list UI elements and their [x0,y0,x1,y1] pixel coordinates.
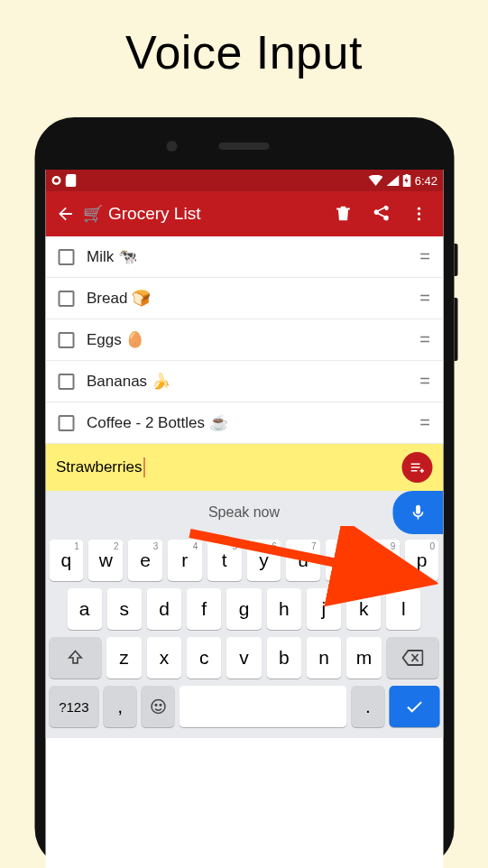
key-v[interactable]: v [226,637,262,679]
key-k[interactable]: k [346,588,382,630]
key-comma[interactable]: , [104,686,137,727]
key-enter[interactable] [389,686,439,727]
key-r[interactable]: r4 [167,540,202,581]
key-z[interactable]: z [106,637,142,679]
svg-point-6 [155,705,157,706]
drag-handle-icon[interactable]: = [419,246,430,267]
delete-button[interactable] [327,199,358,229]
keyboard-row-1: q1 w2 e3 r4 t5 y6 u7 i8 o9 p0 [49,540,439,581]
key-h[interactable]: h [266,588,301,630]
sd-card-icon [65,174,76,187]
checkbox[interactable] [58,291,74,307]
add-item-button[interactable] [401,452,432,483]
key-g[interactable]: g [226,588,262,630]
key-p[interactable]: p0 [404,540,439,581]
key-n[interactable]: n [306,637,341,679]
status-time: 6:42 [415,174,437,188]
text-cursor [143,457,145,477]
page-title: 🛒 Grocery List [83,204,320,224]
screen: 6:42 🛒 Grocery List Milk [45,170,443,868]
back-button[interactable] [54,203,76,225]
key-q[interactable]: q1 [49,540,84,581]
emoji-icon [149,697,167,716]
list-item-label: Coffee - 2 Bottles ☕ [87,413,419,432]
phone-speaker [219,143,270,150]
phone-camera [167,141,178,152]
svg-point-2 [417,208,419,210]
promo-title: Voice Input [0,0,488,96]
list-item-label: Bananas 🍌 [87,372,419,391]
key-m[interactable]: m [346,637,382,679]
key-space[interactable] [180,686,346,727]
phone-frame: 6:42 🛒 Grocery List Milk [34,117,454,868]
key-o[interactable]: o9 [364,540,400,581]
page-title-text: Grocery List [108,204,200,224]
status-bar: 6:42 [45,170,443,191]
key-u[interactable]: u7 [286,540,321,581]
svg-point-7 [160,705,161,706]
speak-bar: Speak now [45,491,443,534]
key-backspace[interactable] [386,637,439,679]
battery-icon [403,174,411,187]
drag-handle-icon[interactable]: = [419,412,430,433]
record-icon [51,175,61,186]
list-item[interactable]: Bread 🍞 = [45,278,443,319]
drag-handle-icon[interactable]: = [419,288,430,309]
keyboard-row-3: z x c v b n m [49,637,439,679]
new-item-input-row: Strawberries [45,444,443,491]
key-i[interactable]: i8 [326,540,361,581]
volume-button [454,298,457,361]
list-item[interactable]: Coffee - 2 Bottles ☕ = [45,402,443,444]
microphone-button[interactable] [392,491,443,534]
key-period[interactable]: . [351,686,384,727]
svg-point-3 [417,212,419,215]
key-j[interactable]: j [306,588,341,630]
list-item[interactable]: Eggs 🥚 = [45,319,443,361]
checkbox[interactable] [58,249,74,265]
wifi-icon [369,175,383,186]
list-item-label: Eggs 🥚 [87,330,419,349]
key-t[interactable]: t5 [207,540,242,581]
key-d[interactable]: d [146,588,181,630]
app-bar: 🛒 Grocery List [45,191,443,236]
key-y[interactable]: y6 [246,540,281,581]
checkbox[interactable] [58,374,74,390]
svg-point-5 [152,700,165,714]
svg-point-1 [54,179,59,183]
share-button[interactable] [365,199,396,229]
speak-hint: Speak now [52,504,436,521]
checkbox[interactable] [58,415,74,431]
drag-handle-icon[interactable]: = [419,371,430,392]
shift-icon [66,649,84,667]
overflow-menu-button[interactable] [403,199,434,229]
key-x[interactable]: x [146,637,181,679]
power-button [454,244,457,276]
key-c[interactable]: c [187,637,222,679]
key-emoji[interactable] [142,686,175,727]
backspace-icon [402,650,424,666]
key-e[interactable]: e3 [128,540,163,581]
list-item[interactable]: Bananas 🍌 = [45,361,443,402]
list-item-label: Milk 🐄 [87,247,419,266]
new-item-input[interactable]: Strawberries [56,458,142,476]
list-item-label: Bread 🍞 [87,289,419,308]
grocery-list: Milk 🐄 = Bread 🍞 = Eggs 🥚 = Bananas 🍌 = [45,236,443,444]
signal-icon [387,175,400,186]
checkbox[interactable] [58,332,74,348]
key-l[interactable]: l [386,588,421,630]
key-symbols[interactable]: ?123 [49,686,99,727]
drag-handle-icon[interactable]: = [419,329,430,350]
svg-point-4 [417,217,419,220]
list-item[interactable]: Milk 🐄 = [45,236,443,278]
key-b[interactable]: b [266,637,301,679]
key-s[interactable]: s [106,588,142,630]
key-w[interactable]: w2 [88,540,124,581]
keyboard-row-4: ?123 , . [49,686,439,727]
key-a[interactable]: a [67,588,102,630]
key-shift[interactable] [49,637,102,679]
check-icon [404,697,424,716]
keyboard-row-2: a s d f g h j k l [49,588,439,630]
cart-icon: 🛒 [83,204,103,224]
key-f[interactable]: f [187,588,222,630]
keyboard: q1 w2 e3 r4 t5 y6 u7 i8 o9 p0 a s d f g … [45,534,443,738]
